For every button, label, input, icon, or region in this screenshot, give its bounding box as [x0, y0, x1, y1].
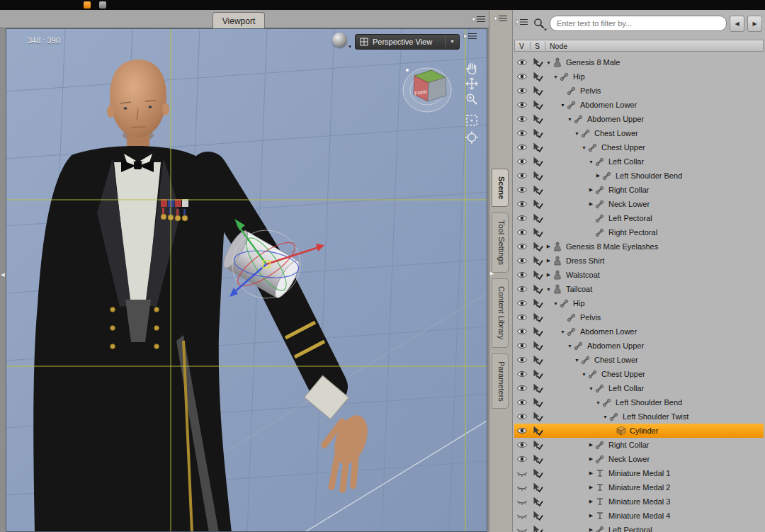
visibility-eye-icon[interactable]	[514, 384, 530, 392]
selection-cursor-icon[interactable]	[530, 185, 545, 195]
node-label[interactable]: Chest Upper	[601, 143, 645, 152]
expand-arrow-icon[interactable]: ▶	[545, 272, 552, 278]
scene-tree-row[interactable]: ▶Right Collar	[514, 438, 764, 452]
node-label[interactable]: Abdomen Lower	[580, 101, 637, 109]
scene-tree-row[interactable]: ▶Waistcoat	[514, 268, 764, 282]
selection-cursor-icon[interactable]	[530, 397, 545, 407]
visibility-eye-icon[interactable]	[514, 426, 530, 435]
selection-cursor-icon[interactable]	[530, 128, 545, 138]
visibility-eye-icon[interactable]	[514, 228, 530, 237]
node-label[interactable]: Cylinder	[630, 426, 658, 435]
tab-parameters[interactable]: Parameters	[492, 353, 509, 409]
node-label[interactable]: Miniature Medal 4	[608, 511, 670, 520]
visibility-eye-icon[interactable]	[514, 356, 530, 364]
expand-arrow-icon[interactable]: ▼	[580, 372, 588, 377]
selection-cursor-icon[interactable]	[530, 454, 545, 464]
expand-arrow-icon[interactable]: ▼	[601, 414, 609, 419]
selection-cursor-icon[interactable]	[530, 298, 545, 308]
expand-arrow-icon[interactable]: ▶	[587, 513, 595, 519]
expand-arrow-icon[interactable]: ▼	[545, 287, 552, 292]
expand-arrow-icon[interactable]: ▶	[545, 258, 552, 264]
scene-tree-row[interactable]: ▶Neck Lower	[514, 452, 764, 466]
node-label[interactable]: Abdomen Upper	[587, 115, 644, 123]
frame-selection-icon[interactable]	[464, 113, 481, 128]
scene-tree-row[interactable]: ▼Abdomen Upper	[514, 112, 764, 126]
selection-cursor-icon[interactable]	[530, 511, 545, 521]
node-label[interactable]: Genesis 8 Male Eyelashes	[566, 242, 658, 251]
filter-next-button[interactable]: ▶	[747, 16, 762, 32]
visibility-eye-icon[interactable]	[514, 143, 530, 152]
node-label[interactable]: Miniature Medal 1	[608, 469, 670, 477]
selection-cursor-icon[interactable]	[530, 72, 545, 81]
scene-tree-row[interactable]: ▶Miniature Medal 2	[514, 480, 764, 494]
node-label[interactable]: Right Collar	[608, 441, 649, 449]
node-label[interactable]: Hip	[573, 72, 585, 81]
scene-tree-row[interactable]: ▼Chest Upper	[514, 367, 764, 381]
visibility-eye-icon[interactable]	[514, 341, 530, 350]
node-label[interactable]: Waistcoat	[566, 271, 600, 279]
selection-cursor-icon[interactable]	[530, 327, 545, 336]
visibility-eye-icon[interactable]	[514, 526, 530, 532]
visibility-eye-icon[interactable]	[514, 511, 530, 520]
node-label[interactable]: Pelvis	[580, 86, 601, 95]
selection-cursor-icon[interactable]	[530, 369, 545, 379]
visibility-eye-icon[interactable]	[514, 469, 530, 477]
selection-cursor-icon[interactable]	[530, 412, 545, 421]
visibility-eye-icon[interactable]	[514, 370, 530, 378]
column-header-node[interactable]: Node	[545, 42, 763, 50]
scene-tree-row[interactable]: ▶Genesis 8 Male Eyelashes	[514, 239, 764, 254]
tab-scene[interactable]: Scene	[492, 169, 509, 207]
expand-arrow-icon[interactable]: ▼	[559, 329, 567, 334]
camera-pan-hand-icon[interactable]	[464, 60, 481, 76]
scene-tree-row[interactable]: Left Pectoral	[514, 211, 764, 225]
node-label[interactable]: Left Shoulder Bend	[616, 171, 682, 180]
node-label[interactable]: Right Pectoral	[608, 228, 657, 237]
visibility-eye-icon[interactable]	[514, 171, 530, 180]
scene-tree-row[interactable]: ▼Hip	[514, 69, 764, 84]
view-cube[interactable]: Front	[403, 68, 451, 112]
scene-tree-row[interactable]: ▶Miniature Medal 3	[514, 494, 764, 509]
column-header-visibility[interactable]: V	[515, 42, 531, 50]
camera-move-icon[interactable]	[464, 76, 481, 91]
visibility-eye-icon[interactable]	[514, 483, 530, 492]
selection-cursor-icon[interactable]	[530, 355, 545, 365]
visibility-eye-icon[interactable]	[514, 58, 530, 67]
filter-input[interactable]	[550, 16, 727, 31]
visibility-eye-icon[interactable]	[514, 214, 530, 222]
expand-arrow-icon[interactable]: ▼	[559, 103, 567, 108]
visibility-eye-icon[interactable]	[514, 285, 530, 293]
visibility-eye-icon[interactable]	[514, 101, 530, 109]
selection-cursor-icon[interactable]	[530, 312, 545, 322]
scene-tree-row[interactable]: ▼Left Shoulder Twist	[514, 409, 764, 424]
expand-arrow-icon[interactable]: ▼	[587, 159, 595, 164]
drawstyle-sphere-icon[interactable]: ▼	[332, 33, 347, 47]
viewport-pane-menu-icon[interactable]	[472, 14, 486, 27]
visibility-eye-icon[interactable]	[514, 256, 530, 265]
selection-cursor-icon[interactable]	[530, 426, 545, 436]
scene-tree-row[interactable]: Pelvis	[514, 84, 764, 98]
scene-tree-row[interactable]: ▼Tailcoat	[514, 282, 764, 296]
tab-tool-settings[interactable]: Tool Settings	[492, 213, 509, 273]
selection-cursor-icon[interactable]	[530, 213, 545, 223]
node-label[interactable]: Hip	[573, 299, 585, 307]
scene-tree-row[interactable]: ▼Abdomen Upper	[514, 339, 764, 353]
expand-arrow-icon[interactable]: ▶	[587, 201, 595, 207]
node-label[interactable]: Chest Upper	[601, 370, 645, 378]
node-label[interactable]: Neck Lower	[608, 455, 650, 463]
viewport-options-menu-icon[interactable]	[463, 31, 477, 44]
selection-cursor-icon[interactable]	[530, 497, 545, 506]
scene-tree-row[interactable]: ▼Abdomen Lower	[514, 98, 764, 112]
visibility-eye-icon[interactable]	[514, 186, 530, 194]
expand-arrow-icon[interactable]: ▼	[580, 145, 588, 150]
selection-cursor-icon[interactable]	[530, 157, 545, 166]
expand-arrow-icon[interactable]: ▶	[587, 442, 595, 448]
visibility-eye-icon[interactable]	[514, 157, 530, 166]
selection-cursor-icon[interactable]	[530, 227, 545, 237]
selection-cursor-icon[interactable]	[530, 57, 545, 67]
selection-cursor-icon[interactable]	[530, 270, 545, 280]
node-label[interactable]: Genesis 8 Male	[566, 58, 620, 67]
visibility-eye-icon[interactable]	[514, 86, 530, 95]
selection-cursor-icon[interactable]	[530, 284, 545, 294]
scene-tree-row[interactable]: ▶Dress Shirt	[514, 254, 764, 268]
expand-arrow-icon[interactable]: ▶	[587, 527, 595, 532]
